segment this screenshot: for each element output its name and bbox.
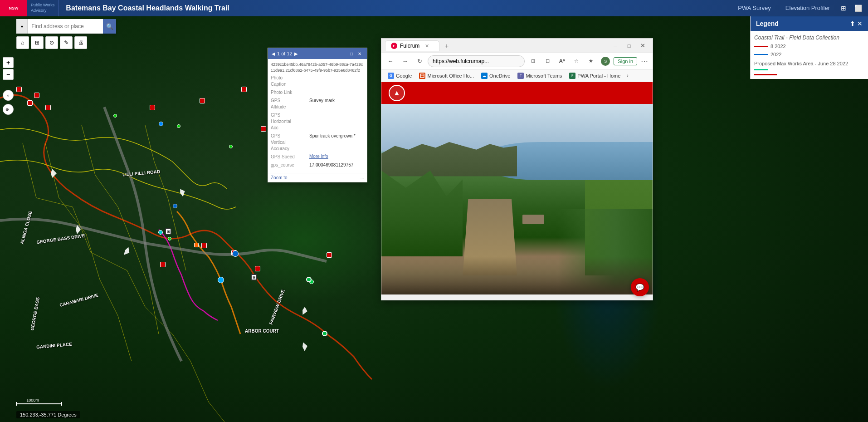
marker-blue-1[interactable]	[173, 204, 177, 208]
browser-profile-btn[interactable]: S	[599, 55, 612, 68]
popup-photo-caption-row: PhotoCaption	[271, 75, 364, 88]
top-header: NSW Public WorksAdvisory Batemans Bay Co…	[0, 0, 868, 16]
browser-url-bar[interactable]	[428, 55, 525, 67]
marker-green-3[interactable]	[229, 145, 233, 148]
nsw-logo: NSW	[0, 0, 27, 16]
marker-cyan[interactable]	[158, 230, 163, 235]
browser-max-btn[interactable]: □	[623, 41, 635, 50]
teams-icon: T	[517, 73, 524, 79]
popup-gps-course-row: gps_course 17.000469081129757	[271, 162, 364, 168]
marker-13[interactable]	[327, 252, 332, 258]
marker-white-box[interactable]: ⊞	[165, 228, 171, 235]
search-bar: ▾ 🔍	[16, 19, 116, 34]
marker-blue-2[interactable]	[159, 122, 163, 126]
fulcrum-favicon: F	[391, 43, 397, 49]
search-dropdown-btn[interactable]: ▾	[16, 19, 28, 34]
tool-draw[interactable]: ✎	[60, 36, 73, 49]
popup-close-btn[interactable]: ✕	[356, 50, 363, 57]
bookmark-office[interactable]: Microsoft Office Ho...	[416, 72, 477, 80]
tool-home[interactable]: ⌂	[16, 36, 29, 49]
browser-collection-btn[interactable]: ★	[585, 55, 597, 68]
legend-header-btns: ⬆ ✕	[850, 20, 863, 27]
marker-large-green[interactable]	[306, 277, 312, 282]
popup-label-gps-alt: GPSAltitude	[271, 98, 309, 110]
bookmark-teams[interactable]: T Microsoft Teams	[515, 72, 565, 80]
popup-counter: 1 of 12	[277, 51, 293, 56]
tool-print[interactable]: 🖨	[74, 36, 87, 49]
marker-8[interactable]	[261, 126, 266, 132]
popup-more-options[interactable]: ...	[361, 175, 364, 180]
popup-label-gps-vacc: GPSVerticalAccuracy	[271, 133, 309, 152]
marker-3[interactable]	[27, 100, 33, 106]
marker-large-green-2[interactable]	[322, 331, 327, 336]
legend-close-btn[interactable]: ✕	[857, 20, 863, 27]
bookmark-onedrive[interactable]: ☁ OneDrive	[478, 72, 513, 80]
search-input[interactable]	[28, 19, 103, 34]
browser-min-btn[interactable]: ─	[609, 41, 622, 50]
header-layers-btn[interactable]: ⬜	[852, 2, 864, 15]
popup-gps-vacc-row: GPSVerticalAccuracy Spur track overgrown…	[271, 133, 364, 152]
popup-prev-btn[interactable]: ◀	[272, 51, 275, 56]
nav-elevation-profiler[interactable]: Elevation Profiler	[778, 0, 837, 16]
marker-12[interactable]	[160, 262, 166, 267]
popup-id-row: 4239c1be45bb.46a7842b-a057-46b9-88ca-7a4…	[271, 62, 364, 73]
tool-target[interactable]: ⊙	[45, 36, 58, 49]
popup-maximize-btn[interactable]: □	[348, 50, 355, 57]
marker-11[interactable]	[201, 243, 207, 248]
marker-green-2[interactable]	[177, 124, 180, 128]
search-submit-btn[interactable]: 🔍	[103, 19, 116, 34]
popup-label-gps-hacc: GPSHorizontalAcc	[271, 112, 309, 131]
browser-refresh-btn[interactable]: ↻	[413, 55, 426, 68]
legend-collapse-btn[interactable]: ⬆	[850, 20, 855, 27]
onedrive-icon: ☁	[481, 73, 488, 79]
marker-green-1[interactable]	[113, 114, 117, 118]
browser-tab-fulcrum[interactable]: F Fulcrum ✕	[385, 40, 439, 51]
bookmarks-more-btn[interactable]: ›	[625, 73, 630, 78]
browser-menu-btn[interactable]: ⋯	[639, 57, 650, 65]
marker-blue-3[interactable]	[218, 277, 224, 283]
google-icon: G	[388, 73, 394, 79]
nav-pwa-survey[interactable]: PWA Survey	[731, 0, 778, 16]
bookmark-pwa[interactable]: P PWA Portal - Home	[566, 72, 623, 80]
pan-home-btn[interactable]: ⌂	[3, 90, 14, 101]
browser-back-btn[interactable]: ←	[384, 55, 397, 68]
popup-label-photo-caption: PhotoCaption	[271, 75, 309, 88]
popup-val-gps-alt: Survey mark	[309, 98, 335, 110]
browser-signin-btn[interactable]: Sign in	[614, 57, 637, 65]
browser-red-header: ▲	[381, 82, 653, 104]
marker-green-4[interactable]	[168, 237, 171, 240]
popup-photo-link-row: Photo Link	[271, 89, 364, 96]
marker-orange-small[interactable]	[194, 243, 199, 247]
browser-screenshot-btn[interactable]: ⊞	[527, 55, 539, 68]
browser-tab-close[interactable]: ✕	[425, 43, 429, 49]
fulcrum-nav-circle[interactable]: ▲	[389, 85, 405, 101]
browser-new-tab-btn[interactable]: +	[441, 40, 452, 51]
marker-7[interactable]	[241, 87, 247, 92]
header-grid-btn[interactable]: ⊞	[837, 2, 850, 15]
marker-1[interactable]	[16, 87, 22, 92]
marker-5[interactable]	[150, 105, 155, 110]
popup-next-btn[interactable]: ▶	[294, 51, 298, 56]
marker-6[interactable]	[200, 98, 205, 103]
marker-2[interactable]	[34, 93, 39, 98]
bookmark-google[interactable]: G Google	[385, 72, 414, 80]
marker-10[interactable]	[255, 266, 260, 271]
photo-left-bush	[381, 171, 463, 256]
browser-reader-btn[interactable]: Aᵃ	[556, 55, 568, 68]
marker-4[interactable]	[45, 105, 51, 110]
popup-val-gps-speed-link[interactable]: More info	[309, 154, 328, 160]
zoom-out-btn[interactable]: −	[3, 69, 14, 80]
browser-chat-btn[interactable]: 💬	[631, 278, 649, 296]
marker-white-box-2[interactable]: ⊞	[251, 274, 257, 280]
marker-blue-4[interactable]	[232, 250, 239, 257]
location-btn[interactable]: ⊕	[3, 105, 12, 114]
browser-cast-btn[interactable]: ⊟	[541, 55, 554, 68]
popup-zoom-to[interactable]: Zoom to	[271, 175, 288, 180]
browser-fav-btn[interactable]: ☆	[570, 55, 583, 68]
legend-title: Legend	[756, 20, 779, 27]
zoom-in-btn[interactable]: +	[3, 57, 14, 68]
tool-grid[interactable]: ⊞	[31, 36, 44, 49]
browser-forward-btn[interactable]: →	[399, 55, 411, 68]
legend-body: Coastal Trail - Field Data Collection 8 …	[751, 31, 868, 79]
browser-close-btn[interactable]: ✕	[636, 41, 649, 50]
